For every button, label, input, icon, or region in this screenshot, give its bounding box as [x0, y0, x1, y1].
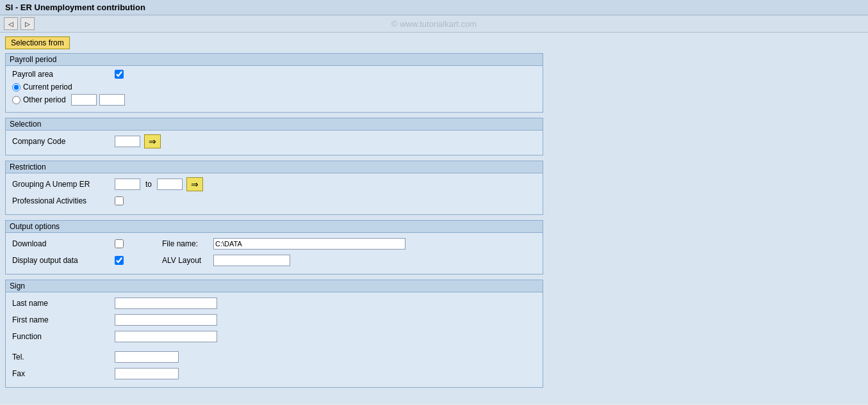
selection-section: Selection Company Code ⇒: [5, 118, 543, 155]
main-content: Selections from Payroll period Payroll a…: [0, 33, 868, 404]
display-output-label: Display output data: [12, 256, 115, 265]
function-label: Function: [12, 332, 115, 341]
company-code-arrow-btn[interactable]: ⇒: [144, 134, 161, 148]
other-period-input2[interactable]: [99, 94, 125, 106]
restriction-header: Restriction: [6, 161, 543, 173]
fax-row: Fax: [12, 367, 536, 381]
download-label: Download: [12, 239, 115, 248]
last-name-label: Last name: [12, 299, 115, 308]
professional-checkbox[interactable]: [115, 196, 124, 205]
other-period-radio[interactable]: [12, 96, 20, 104]
download-row: Download File name:: [12, 237, 536, 251]
selection-header: Selection: [6, 118, 543, 131]
payroll-period-section: Payroll period Payroll area Current peri…: [5, 53, 543, 113]
app-title: SI - ER Unemployment contribution: [5, 3, 145, 12]
fax-input[interactable]: [115, 368, 179, 379]
sign-section: Sign Last name First name Function Tel. …: [5, 280, 543, 388]
first-name-input[interactable]: [115, 314, 217, 326]
fax-label: Fax: [12, 369, 115, 378]
current-period-label: Current period: [23, 83, 72, 91]
alv-layout-input[interactable]: [213, 255, 290, 266]
tel-input[interactable]: [115, 351, 179, 363]
output-options-section: Output options Download File name: Displ…: [5, 220, 543, 274]
file-name-label: File name:: [162, 239, 213, 248]
first-name-row: First name: [12, 313, 536, 327]
payroll-area-label: Payroll area: [12, 70, 115, 79]
download-checkbox[interactable]: [115, 239, 124, 248]
grouping-row: Grouping A Unemp ER to ⇒: [12, 177, 536, 191]
grouping-input-from[interactable]: [115, 179, 140, 190]
watermark: © www.tutorialkart.com: [391, 19, 477, 29]
payroll-area-checkbox[interactable]: [115, 70, 124, 79]
forward-button[interactable]: ▷: [20, 17, 35, 30]
alv-layout-label: ALV Layout: [162, 256, 213, 265]
grouping-label: Grouping A Unemp ER: [12, 180, 115, 189]
company-code-label: Company Code: [12, 137, 115, 146]
company-code-input[interactable]: [115, 136, 140, 147]
back-button[interactable]: ◁: [4, 17, 18, 30]
output-options-header: Output options: [6, 221, 543, 233]
sign-header: Sign: [6, 280, 543, 292]
payroll-period-header: Payroll period: [6, 54, 543, 66]
toolbar: ◁ ▷ © www.tutorialkart.com: [0, 15, 868, 33]
first-name-label: First name: [12, 315, 115, 324]
selections-from-button[interactable]: Selections from: [5, 36, 70, 49]
other-period-input1[interactable]: [71, 94, 97, 106]
current-period-radio[interactable]: [12, 83, 20, 91]
professional-label: Professional Activities: [12, 196, 115, 205]
tel-label: Tel.: [12, 353, 115, 361]
file-name-input[interactable]: [213, 238, 405, 250]
to-label: to: [145, 180, 152, 189]
display-output-row: Display output data ALV Layout: [12, 253, 536, 267]
grouping-arrow-btn[interactable]: ⇒: [186, 177, 203, 191]
last-name-row: Last name: [12, 296, 536, 310]
payroll-area-row: Payroll area: [12, 70, 536, 79]
last-name-input[interactable]: [115, 298, 217, 309]
grouping-input-to[interactable]: [157, 179, 183, 190]
function-input[interactable]: [115, 331, 217, 342]
title-bar: SI - ER Unemployment contribution: [0, 0, 868, 15]
tel-row: Tel.: [12, 350, 536, 364]
professional-activities-row: Professional Activities: [12, 194, 536, 208]
restriction-section: Restriction Grouping A Unemp ER to ⇒ Pro…: [5, 161, 543, 215]
display-output-checkbox[interactable]: [115, 256, 124, 265]
function-row: Function: [12, 330, 536, 344]
other-period-row: Other period: [12, 94, 536, 106]
company-code-row: Company Code ⇒: [12, 134, 536, 148]
current-period-row: Current period: [12, 83, 536, 91]
other-period-label: Other period: [23, 95, 66, 104]
